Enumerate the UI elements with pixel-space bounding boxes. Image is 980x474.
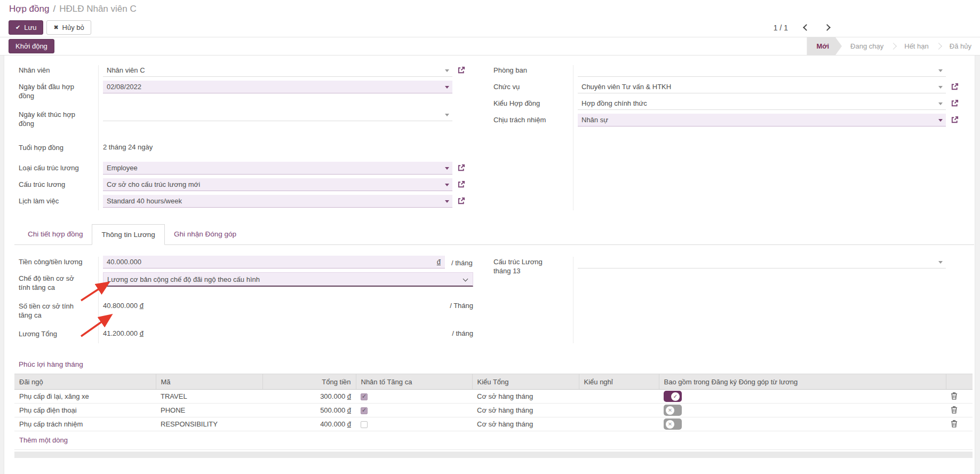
benefit-total-kind-cell[interactable]: Cơ sở hàng tháng — [472, 417, 579, 431]
benefit-code-cell[interactable]: PHONE — [156, 404, 262, 417]
column-header-actions — [946, 374, 973, 390]
start-date-input[interactable]: 02/08/2022 — [103, 81, 452, 93]
benefit-leave-kind-cell[interactable] — [579, 417, 659, 431]
thirteenth-structure-input[interactable] — [578, 256, 946, 268]
benefit-leave-kind-cell[interactable] — [579, 404, 659, 417]
responsible-input[interactable]: Nhân sự — [578, 114, 946, 127]
currency-link[interactable]: đ — [347, 406, 351, 414]
field-working-schedule: Lịch làm việc Standard 40 hours/week — [14, 195, 476, 208]
external-link-icon[interactable] — [951, 83, 959, 92]
included-toggle[interactable]: ✕ — [664, 405, 682, 416]
benefit-name-cell[interactable]: Phụ cấp trách nhiệm — [14, 417, 156, 431]
employee-value: Nhân viên C — [107, 66, 145, 74]
tab-contribution[interactable]: Ghi nhận Đóng góp — [165, 224, 245, 245]
benefit-ot-factor-cell[interactable]: ✓ — [356, 404, 472, 417]
save-button[interactable]: ✔ Lưu — [9, 20, 43, 35]
currency-link[interactable]: đ — [140, 302, 144, 310]
external-link-icon[interactable] — [457, 164, 465, 173]
dropdown-caret-icon[interactable] — [445, 200, 449, 203]
salary-right-column: Cấu trúc Lương tháng 13 — [489, 256, 946, 344]
dropdown-caret-icon[interactable] — [938, 119, 943, 122]
structure-type-input[interactable]: Employee — [103, 162, 452, 175]
dropdown-caret-icon[interactable] — [938, 261, 943, 264]
horizontal-scrollbar[interactable] — [14, 452, 973, 458]
benefit-included-cell[interactable]: ✓ — [659, 390, 946, 404]
contract-type-input[interactable]: Hợp đồng chính thức — [578, 97, 946, 110]
department-input[interactable] — [578, 64, 946, 77]
status-step-het-han[interactable]: Hết hạn — [896, 37, 937, 55]
currency-link[interactable]: đ — [347, 420, 351, 428]
tab-contract-details[interactable]: Chi tiết hợp đồng — [19, 224, 92, 245]
benefit-leave-kind-cell[interactable] — [579, 390, 659, 404]
overtime-base-unit: / Tháng — [450, 302, 473, 310]
delete-row-button[interactable] — [951, 420, 958, 429]
benefit-actions-cell[interactable] — [946, 417, 973, 431]
field-end-date: Ngày kết thúc hợp đồng — [14, 108, 476, 138]
wage-input[interactable]: 40.000.000 đ — [103, 256, 445, 268]
external-link-icon[interactable] — [951, 99, 959, 109]
end-date-input[interactable] — [103, 108, 452, 121]
dropdown-caret-icon[interactable] — [445, 184, 449, 186]
pager-previous-icon[interactable] — [803, 24, 810, 31]
add-row-link[interactable]: Thêm một dòng — [14, 431, 973, 450]
external-link-icon[interactable] — [951, 116, 959, 125]
status-step-da-huy[interactable]: Đã hủy — [941, 37, 980, 55]
benefit-included-cell[interactable]: ✕ — [659, 417, 946, 431]
dropdown-caret-icon[interactable] — [938, 102, 943, 105]
benefit-code-cell[interactable]: RESPONSIBILITY — [156, 417, 262, 431]
ot-factor-checkbox[interactable] — [361, 421, 368, 428]
start-contract-button[interactable]: Khởi động — [9, 39, 54, 53]
job-position-input[interactable]: Chuyên viên Tư vấn & HTKH — [578, 81, 946, 93]
salary-structure-input[interactable]: Cơ sở cho cấu trúc lương mới — [103, 178, 452, 191]
pager-next-icon[interactable] — [824, 24, 831, 31]
benefit-name-cell[interactable]: Phụ cấp điện thoại — [14, 404, 156, 417]
benefit-row[interactable]: Phụ cấp trách nhiệm RESPONSIBILITY 400.0… — [14, 417, 973, 431]
currency-link[interactable]: đ — [437, 258, 441, 266]
status-step-dang-chay[interactable]: Đang chạy — [842, 37, 892, 55]
datepicker-caret-icon[interactable] — [445, 114, 449, 116]
overtime-mode-select[interactable]: Lương cơ bản cộng chế độ đãi ngộ theo cấ… — [103, 272, 473, 287]
dropdown-caret-icon[interactable] — [938, 86, 943, 89]
included-toggle[interactable]: ✕ — [664, 418, 682, 430]
ot-factor-checkbox[interactable]: ✓ — [361, 407, 368, 414]
benefit-actions-cell[interactable] — [946, 390, 973, 404]
benefit-row[interactable]: Phụ cấp đi lại, xăng xe TRAVEL 300.000 đ… — [14, 390, 973, 404]
benefit-included-cell[interactable]: ✕ — [659, 404, 946, 417]
benefit-amount-cell[interactable]: 500.000 đ — [262, 404, 356, 417]
benefit-actions-cell[interactable] — [946, 404, 973, 417]
dropdown-caret-icon[interactable] — [445, 167, 449, 170]
dropdown-caret-icon[interactable] — [938, 69, 943, 72]
toggle-cross-icon: ✕ — [666, 420, 674, 429]
benefit-ot-factor-cell[interactable]: ✓ — [356, 390, 472, 404]
benefit-row[interactable]: Phụ cấp điện thoại PHONE 500.000 đ ✓ Cơ … — [14, 404, 973, 417]
delete-row-button[interactable] — [951, 392, 958, 401]
working-schedule-input[interactable]: Standard 40 hours/week — [103, 195, 452, 208]
vertical-scrollbar[interactable] — [975, 56, 980, 474]
currency-link[interactable]: đ — [140, 329, 144, 337]
benefit-amount-cell[interactable]: 400.000 đ — [262, 417, 356, 431]
salary-left-column: Tiền công/tiền lương 40.000.000 đ / thán… — [14, 256, 476, 344]
field-label: Chịu trách nhiệm — [489, 114, 566, 124]
delete-row-button[interactable] — [951, 406, 958, 415]
benefit-total-kind-cell[interactable]: Cơ sở hàng tháng — [472, 404, 579, 417]
benefit-ot-factor-cell[interactable] — [356, 417, 472, 431]
benefit-name-cell[interactable]: Phụ cấp đi lại, xăng xe — [14, 390, 156, 404]
status-step-moi[interactable]: Mới — [807, 37, 842, 55]
breadcrumb-parent-link[interactable]: Hợp đồng — [9, 4, 49, 14]
dropdown-caret-icon[interactable] — [445, 69, 449, 72]
benefit-code-cell[interactable]: TRAVEL — [156, 390, 262, 404]
external-link-icon[interactable] — [457, 180, 465, 190]
ot-factor-checkbox[interactable]: ✓ — [361, 393, 368, 400]
benefit-amount-cell[interactable]: 300.000 đ — [262, 390, 356, 404]
discard-button[interactable]: ✖ Hủy bỏ — [46, 20, 91, 35]
tab-salary-info[interactable]: Thông tin Lương — [92, 224, 164, 245]
external-link-icon[interactable] — [457, 197, 465, 207]
employee-input[interactable]: Nhân viên C — [103, 64, 452, 77]
included-toggle[interactable]: ✓ — [664, 391, 682, 402]
toolbar: ✔ Lưu ✖ Hủy bỏ 1 / 1 — [0, 18, 980, 37]
benefit-total-kind-cell[interactable]: Cơ sở hàng tháng — [472, 390, 579, 404]
datepicker-caret-icon[interactable] — [445, 86, 449, 89]
check-icon: ✓ — [362, 407, 366, 414]
external-link-icon[interactable] — [457, 66, 465, 76]
currency-link[interactable]: đ — [347, 392, 351, 400]
